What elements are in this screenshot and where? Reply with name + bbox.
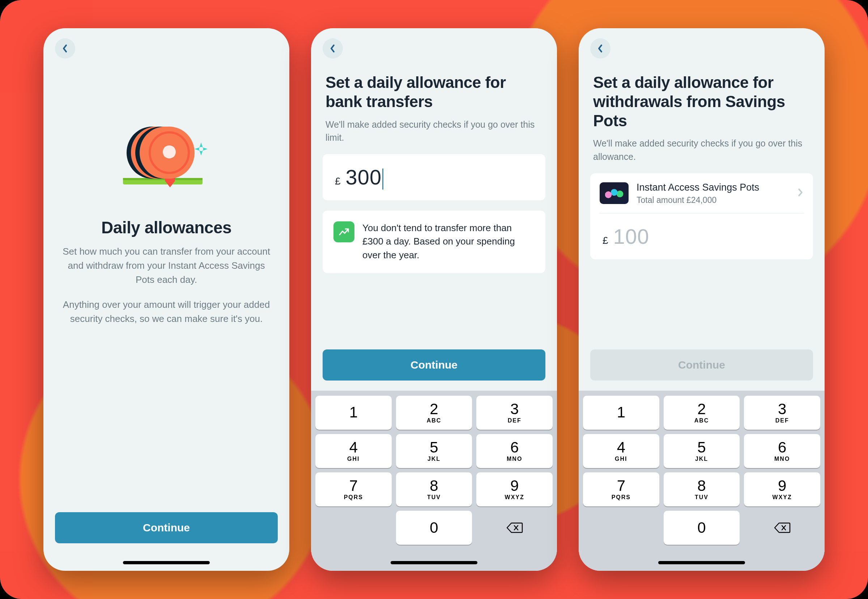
key-8[interactable]: 8TUV xyxy=(396,473,472,506)
key-blank xyxy=(583,511,659,545)
page-subtitle: We'll make added security checks if you … xyxy=(593,137,810,163)
key-1[interactable]: 1 xyxy=(315,396,392,430)
pot-thumbnail xyxy=(600,182,629,204)
key-4[interactable]: 4GHI xyxy=(315,434,392,468)
back-button[interactable] xyxy=(323,38,343,59)
spending-insight-card: You don't tend to transfer more than £30… xyxy=(323,211,545,273)
key-7[interactable]: 7PQRS xyxy=(583,473,659,506)
home-indicator[interactable] xyxy=(658,561,745,564)
key-0[interactable]: 0 xyxy=(396,511,472,545)
key-6[interactable]: 6MNO xyxy=(476,434,553,468)
phone-screen-intro: Daily allowances Set how much you can tr… xyxy=(44,28,289,571)
chevron-left-icon xyxy=(62,44,69,54)
pot-name: Instant Access Savings Pots xyxy=(636,181,789,194)
intro-paragraph-2: Anything over your amount will trigger y… xyxy=(62,298,271,326)
page-title: Set a daily allowance for bank transfers xyxy=(325,73,543,111)
amount-input[interactable]: £ 100 xyxy=(590,214,813,259)
page-subtitle: We'll make added security checks if you … xyxy=(325,118,543,144)
trend-up-icon xyxy=(334,221,354,242)
continue-button[interactable]: Continue xyxy=(323,349,545,381)
continue-button[interactable]: Continue xyxy=(55,512,278,543)
key-2[interactable]: 2ABC xyxy=(396,396,472,430)
currency-symbol: £ xyxy=(335,175,341,187)
currency-symbol: £ xyxy=(603,235,608,246)
key-delete[interactable] xyxy=(744,511,820,545)
key-8[interactable]: 8TUV xyxy=(663,473,740,506)
key-delete[interactable] xyxy=(476,511,553,545)
page-title: Set a daily allowance for withdrawals fr… xyxy=(593,73,810,130)
backspace-icon xyxy=(774,522,791,534)
intro-paragraph-1: Set how much you can transfer from your … xyxy=(62,245,271,287)
backspace-icon xyxy=(506,522,523,534)
key-4[interactable]: 4GHI xyxy=(583,434,659,468)
back-button[interactable] xyxy=(55,38,75,59)
key-7[interactable]: 7PQRS xyxy=(315,473,392,506)
phone-screen-savings: Set a daily allowance for withdrawals fr… xyxy=(579,28,824,571)
phone-screen-transfers: Set a daily allowance for bank transfers… xyxy=(311,28,557,571)
chevron-left-icon xyxy=(329,44,336,54)
marketing-frame: Daily allowances Set how much you can tr… xyxy=(0,0,868,599)
key-2[interactable]: 2ABC xyxy=(663,396,740,430)
key-6[interactable]: 6MNO xyxy=(744,434,820,468)
chevron-right-icon xyxy=(797,187,803,199)
continue-button[interactable]: Continue xyxy=(590,349,813,381)
chevron-left-icon xyxy=(597,44,604,54)
key-1[interactable]: 1 xyxy=(583,396,659,430)
key-5[interactable]: 5JKL xyxy=(396,434,472,468)
amount-value: 300 xyxy=(346,165,384,190)
key-3[interactable]: 3DEF xyxy=(744,396,820,430)
key-5[interactable]: 5JKL xyxy=(663,434,740,468)
back-button[interactable] xyxy=(590,38,611,59)
key-3[interactable]: 3DEF xyxy=(476,396,553,430)
key-0[interactable]: 0 xyxy=(663,511,740,545)
key-blank xyxy=(315,511,392,545)
insight-text: You don't tend to transfer more than £30… xyxy=(363,221,534,262)
key-9[interactable]: 9WXYZ xyxy=(744,473,820,506)
savings-pot-row[interactable]: Instant Access Savings Pots Total amount… xyxy=(590,173,813,213)
pot-subtitle: Total amount £24,000 xyxy=(636,195,789,205)
allowances-illustration xyxy=(116,124,217,196)
text-caret xyxy=(382,169,384,190)
amount-placeholder: 100 xyxy=(614,224,650,248)
home-indicator[interactable] xyxy=(123,561,210,564)
home-indicator[interactable] xyxy=(391,561,477,564)
page-title: Daily allowances xyxy=(101,218,232,237)
numeric-keypad: 1 2ABC 3DEF 4GHI 5JKL 6MNO 7PQRS 8TUV 9W… xyxy=(311,391,557,571)
key-9[interactable]: 9WXYZ xyxy=(476,473,553,506)
numeric-keypad: 1 2ABC 3DEF 4GHI 5JKL 6MNO 7PQRS 8TUV 9W… xyxy=(579,391,824,571)
amount-input[interactable]: £ 300 xyxy=(323,154,545,200)
